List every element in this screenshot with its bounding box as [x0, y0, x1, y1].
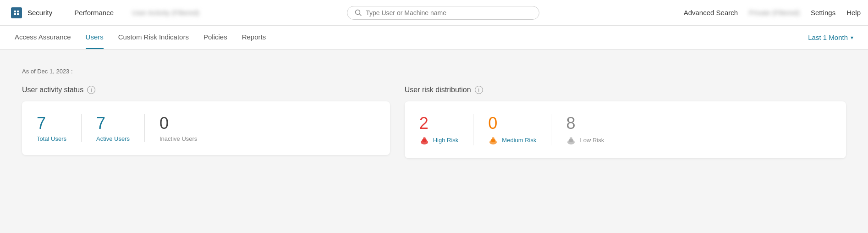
medium-risk-label: Medium Risk — [502, 137, 536, 144]
nav-performance[interactable]: Performance — [71, 9, 117, 17]
activity-status-section: User activity status i 7 Total Users 7 A… — [22, 86, 390, 158]
svg-point-8 — [423, 137, 426, 140]
search-area — [203, 6, 684, 20]
medium-risk-label-row: Medium Risk — [488, 135, 536, 145]
brand-label[interactable]: Security — [24, 9, 56, 17]
brand-area: Security — [7, 7, 60, 18]
svg-rect-2 — [14, 13, 16, 15]
tab-users[interactable]: Users — [86, 26, 104, 49]
svg-rect-1 — [17, 11, 19, 12]
high-risk-label-row: High Risk — [419, 135, 459, 145]
svg-point-14 — [570, 137, 572, 140]
risk-distribution-card: 2 High Risk 0 — [405, 101, 846, 158]
tab-reports[interactable]: Reports — [242, 26, 266, 49]
total-users-stat: 7 Total Users — [37, 114, 82, 142]
nav-user-activity[interactable]: User Activity (Filtered) — [128, 9, 203, 17]
as-of-date: As of Dec 1, 2023 : — [22, 68, 846, 75]
inactive-users-stat: 0 Inactive Users — [145, 114, 212, 142]
date-filter[interactable]: Last 1 Month ▾ — [808, 33, 853, 41]
tab-access-assurance[interactable]: Access Assurance — [15, 26, 71, 49]
nav-settings[interactable]: Settings — [811, 9, 835, 17]
active-users-stat: 7 Active Users — [82, 114, 145, 142]
brand-icon — [11, 7, 22, 18]
search-input[interactable] — [366, 9, 532, 17]
high-risk-value: 2 — [419, 114, 429, 133]
svg-rect-0 — [14, 11, 16, 12]
low-risk-label: Low Risk — [580, 137, 604, 144]
total-users-value: 7 — [37, 114, 46, 133]
sub-navigation: Access Assurance Users Custom Risk Indic… — [0, 26, 868, 50]
tab-custom-risk-indicators[interactable]: Custom Risk Indicators — [118, 26, 189, 49]
dashboard-row: User activity status i 7 Total Users 7 A… — [22, 86, 846, 158]
risk-distribution-section: User risk distribution i 2 High Ris — [405, 86, 846, 158]
low-risk-label-row: Low Risk — [566, 135, 604, 145]
high-risk-label: High Risk — [433, 137, 459, 144]
top-nav-left: Security Performance User Activity (Filt… — [7, 7, 203, 18]
svg-rect-3 — [17, 13, 19, 15]
nav-private-filtered[interactable]: Private (Filtered) — [749, 9, 800, 17]
medium-risk-icon — [488, 135, 498, 145]
activity-status-card: 7 Total Users 7 Active Users 0 Inactive … — [22, 101, 390, 155]
total-users-label: Total Users — [37, 135, 66, 142]
high-risk-icon — [419, 135, 429, 145]
low-risk-value: 8 — [566, 114, 575, 133]
chevron-down-icon: ▾ — [851, 34, 853, 41]
sub-nav-tabs: Access Assurance Users Custom Risk Indic… — [15, 26, 808, 49]
date-filter-label: Last 1 Month — [808, 33, 848, 41]
search-icon — [355, 9, 362, 17]
nav-advanced-search[interactable]: Advanced Search — [684, 9, 738, 17]
active-users-label: Active Users — [96, 135, 130, 142]
low-risk-stat: 8 Low Risk — [551, 114, 619, 145]
activity-status-title: User activity status i — [22, 86, 390, 94]
high-risk-stat: 2 High Risk — [419, 114, 474, 145]
medium-risk-value: 0 — [488, 114, 497, 133]
tab-policies[interactable]: Policies — [203, 26, 227, 49]
active-users-value: 7 — [96, 114, 105, 133]
risk-distribution-title: User risk distribution i — [405, 86, 846, 94]
top-navigation: Security Performance User Activity (Filt… — [0, 0, 868, 26]
svg-point-11 — [492, 137, 494, 140]
risk-distribution-info-icon[interactable]: i — [475, 86, 483, 94]
search-box[interactable] — [347, 6, 539, 20]
inactive-users-value: 0 — [159, 114, 169, 133]
nav-help[interactable]: Help — [846, 9, 861, 17]
svg-line-5 — [360, 14, 362, 16]
activity-status-info-icon[interactable]: i — [87, 86, 95, 94]
low-risk-icon — [566, 135, 576, 145]
inactive-users-label: Inactive Users — [159, 135, 197, 142]
top-nav-right: Advanced Search Private (Filtered) Setti… — [684, 9, 861, 17]
main-content: As of Dec 1, 2023 : User activity status… — [0, 50, 868, 233]
medium-risk-stat: 0 Medium Risk — [473, 114, 551, 145]
